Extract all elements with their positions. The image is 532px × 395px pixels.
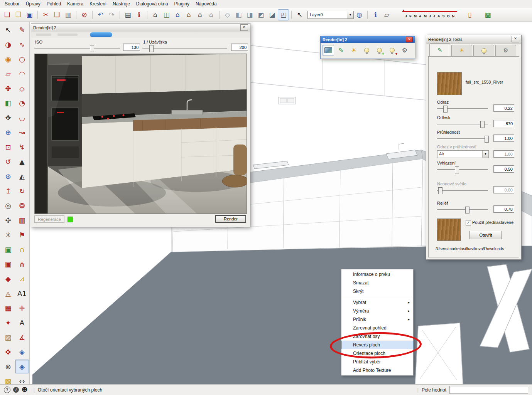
context-menu-item[interactable]: Skrýt ▸ (341, 287, 413, 296)
blue-cube-icon[interactable]: ◈ (15, 345, 29, 359)
warehouse-icon[interactable]: ⌂ (206, 9, 217, 20)
context-menu-item[interactable]: Výměra ▸ (341, 307, 413, 315)
component-tool-icon[interactable]: ◧ (1, 96, 15, 110)
iso-slider-thumb[interactable] (90, 45, 94, 52)
materials-book-icon[interactable]: ▤ (122, 9, 133, 20)
zoom-extents-icon[interactable]: ⊛ (1, 169, 15, 183)
shed-icon[interactable]: ⌂ (183, 9, 194, 20)
open-file-icon[interactable]: ❐ (13, 9, 24, 20)
select-tool-icon[interactable]: ↖ (1, 23, 15, 37)
fresnel-dropdown[interactable]: Air ▾ (437, 150, 489, 158)
context-info-icon[interactable]: i (13, 387, 19, 393)
polygon-tool-icon[interactable]: ◇ (15, 81, 29, 95)
rotate-view-icon[interactable]: ↺ (1, 155, 15, 168)
context-menu-item[interactable]: Zarovnat pohled ▸ (341, 324, 413, 332)
flag-tool-icon[interactable]: ⚑ (15, 228, 29, 242)
cut-icon[interactable]: ✂ (40, 9, 51, 20)
fresnel-value-input[interactable] (493, 150, 514, 158)
component-box-icon[interactable]: ◫ (161, 9, 172, 20)
paint-bucket-icon[interactable]: ◉ (1, 52, 15, 66)
user-icon[interactable]: ☻ (22, 387, 28, 393)
barn-icon[interactable]: ⌂ (194, 9, 206, 20)
value-field-input[interactable] (449, 386, 528, 394)
plugin-flower-icon[interactable]: ✤ (1, 81, 15, 95)
magnet-tool-icon[interactable]: ∩ (15, 242, 29, 256)
shutter-slider[interactable] (142, 48, 227, 49)
save-icon[interactable]: ▣ (24, 9, 35, 20)
entity-info-icon[interactable]: ℹ (370, 9, 381, 20)
erase-icon[interactable]: ⊘ (79, 9, 90, 20)
context-menu-item[interactable]: Smazat ▸ (341, 279, 413, 287)
pruhlednost-value-input[interactable] (493, 134, 514, 142)
relief-value-input[interactable] (493, 205, 514, 213)
odlesk-slider[interactable] (437, 124, 488, 125)
neon-slider[interactable] (437, 190, 488, 191)
vyhlazeni-slider[interactable] (437, 169, 488, 170)
face-style-monochrome-icon[interactable]: ◪ (267, 9, 278, 20)
chevron-down-icon[interactable]: ▾ (482, 151, 488, 158)
layer-dropdown[interactable]: Layer0 ▾ (307, 11, 354, 19)
vyhlazeni-value-input[interactable] (493, 165, 514, 173)
mini-toolbar-titlebar[interactable]: Render[in] 2 ✕ (321, 36, 415, 43)
bulb-edit-icon[interactable]: ▾ (386, 45, 398, 56)
sun-icon[interactable]: ☀ (348, 45, 360, 56)
iso-value-input[interactable] (123, 44, 140, 51)
component-house-icon[interactable]: ⌂ (150, 9, 161, 20)
render-dialog-titlebar[interactable]: Render[in] 2 ✕ (31, 24, 250, 32)
menu-item[interactable]: Dialogová okna (133, 0, 171, 7)
tab-lights[interactable] (473, 45, 494, 56)
regenerate-button[interactable]: Regenerace (34, 215, 64, 223)
close-icon[interactable]: ✕ (240, 24, 248, 31)
pruhlednost-slider[interactable] (437, 138, 488, 140)
menu-item[interactable]: Nástroje (110, 0, 133, 7)
zigzag-tool-icon[interactable]: ↯ (15, 140, 29, 154)
settings-gear-icon[interactable]: ⚙ (399, 45, 410, 56)
tab-sun[interactable]: ☀ (451, 45, 472, 56)
arc-lower-tool-icon[interactable]: ◡ (15, 111, 29, 124)
menu-item[interactable]: Kamera (64, 0, 86, 7)
circle-tool-icon[interactable]: ○ (15, 52, 29, 66)
context-menu-item[interactable]: Vybrat ▸ (341, 298, 413, 307)
close-icon[interactable]: ✕ (512, 36, 519, 42)
relief-slider[interactable] (437, 209, 488, 210)
odraz-slider-thumb[interactable] (443, 106, 448, 113)
menu-item[interactable]: Nápověda (193, 0, 220, 7)
cone-tool-icon[interactable]: ▲ (15, 155, 29, 168)
render-image-icon[interactable] (323, 45, 334, 56)
pie-tool-icon[interactable]: ◔ (15, 96, 29, 110)
material-thumbnail[interactable] (437, 72, 462, 95)
walk-tool-icon[interactable]: ✣ (1, 213, 15, 227)
pan-tool-icon[interactable]: ✥ (1, 111, 15, 124)
iso-slider[interactable] (34, 48, 120, 49)
new-document-icon[interactable]: ❏ (2, 9, 13, 20)
menu-item[interactable]: Kreslení (86, 0, 110, 7)
roof-tool-icon[interactable]: ◬ (1, 286, 15, 300)
refresh-tool-icon[interactable]: ↻ (15, 184, 29, 198)
look-around-icon[interactable]: ◎ (1, 198, 15, 212)
fresnel-dropdown-value[interactable]: Air (437, 151, 482, 158)
bulb-add-icon[interactable]: + (373, 45, 385, 56)
hatchet-tool-icon[interactable]: ⋔ (15, 257, 29, 271)
cone-alt-tool-icon[interactable]: ◭ (15, 169, 29, 183)
neon-slider-thumb[interactable] (438, 187, 442, 194)
layer-dropdown-value[interactable]: Layer0 (307, 11, 347, 19)
axes-tool-icon[interactable]: ✛ (15, 301, 29, 315)
protractor-icon[interactable]: ∡ (15, 330, 29, 344)
undo-icon[interactable]: ↶ (95, 9, 106, 20)
3d-text-icon[interactable]: A (15, 316, 29, 329)
face-style-hidden-line-icon[interactable]: ◧ (233, 9, 244, 20)
context-menu-item[interactable]: Add Photo Texture ▸ (341, 366, 413, 375)
face-style-textured-icon[interactable]: ◩ (255, 9, 267, 20)
odraz-value-input[interactable] (493, 104, 514, 112)
text-a1-icon[interactable]: A1 (15, 286, 29, 300)
texture-icon[interactable]: ▩ (482, 9, 493, 20)
bezier-tool-icon[interactable]: ↝ (15, 125, 29, 139)
eraser-tool-icon[interactable]: ▱ (1, 67, 15, 81)
red-grid-icon[interactable]: ▦ (1, 301, 15, 315)
zoom-window-icon[interactable]: ⊡ (1, 140, 15, 154)
context-menu-item[interactable]: Přiblížit výběr ▸ (341, 358, 413, 366)
cube-red-icon[interactable]: ◆ (1, 272, 15, 286)
pencil-tool-icon[interactable]: ✎ (15, 23, 29, 37)
spiral-tool-icon[interactable]: ❂ (15, 198, 29, 212)
star-tool-icon[interactable]: ✦ (1, 316, 15, 329)
